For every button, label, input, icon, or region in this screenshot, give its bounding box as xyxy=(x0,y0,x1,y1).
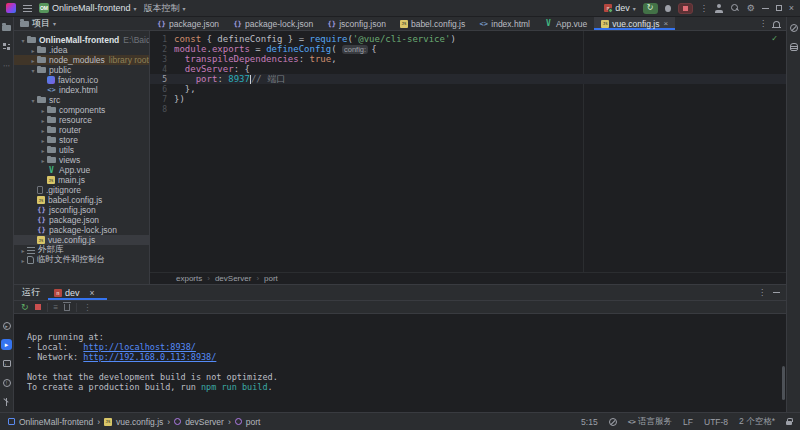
language-services-widget[interactable]: <>语言服务 xyxy=(628,416,672,428)
tree-item-resource[interactable]: ▸resource xyxy=(14,115,149,125)
run-panel-options-icon[interactable]: ⋮ xyxy=(758,288,766,297)
window-restore-button[interactable] xyxy=(776,5,782,11)
tab-App.vue[interactable]: App.vue xyxy=(537,17,594,30)
structure-tool-button[interactable] xyxy=(1,41,12,52)
navbar-item-OnlineMall-frontend[interactable]: OnlineMall-frontend xyxy=(19,417,93,427)
editor[interactable]: ✓ 1const { defineConfig } = require('@vu… xyxy=(150,31,786,284)
caret-position-widget[interactable]: 5:15 xyxy=(581,417,598,427)
tab-vue.config.js[interactable]: vue.config.js× xyxy=(594,17,675,30)
tree-item-router[interactable]: ▸router xyxy=(14,125,149,135)
tree-item-store[interactable]: ▸store xyxy=(14,135,149,145)
project-widget[interactable]: OM OnlineMall-frontend ▾ xyxy=(39,3,137,13)
window-minimize-button[interactable] xyxy=(762,8,769,9)
more-tool-windows-button[interactable]: ⋯ xyxy=(1,60,12,71)
run-more-icon[interactable]: ⋮ xyxy=(83,303,91,312)
chevron-closed-icon[interactable]: ▸ xyxy=(29,57,37,64)
stop-icon[interactable] xyxy=(35,304,41,310)
chevron-closed-icon[interactable]: ▸ xyxy=(39,107,47,114)
chevron-closed-icon[interactable]: ▸ xyxy=(39,127,47,134)
code-line-2[interactable]: 2module.exports = defineConfig( config:{ xyxy=(150,44,786,54)
highlighting-level-icon[interactable] xyxy=(609,418,617,426)
git-tool-button[interactable] xyxy=(1,396,12,407)
settings-button[interactable]: ⚙ xyxy=(747,3,755,13)
run-console-output[interactable]: App running at:- Local: http://localhost… xyxy=(14,314,786,412)
code-line-7[interactable]: 7}) xyxy=(150,94,786,104)
chevron-closed-icon[interactable]: ▸ xyxy=(39,117,47,124)
tree-item-jsconfig.json[interactable]: jsconfig.json xyxy=(14,205,149,215)
tree-item-index.html[interactable]: index.html xyxy=(14,85,149,95)
chevron-closed-icon[interactable]: ▸ xyxy=(39,147,47,154)
navbar-item-port[interactable]: port xyxy=(246,417,261,427)
tab-index.html[interactable]: index.html xyxy=(472,17,537,30)
tree-item-外部库[interactable]: ▸外部库 xyxy=(14,245,149,255)
navbar-item-devServer[interactable]: devServer xyxy=(185,417,224,427)
hide-panel-icon[interactable] xyxy=(773,292,780,293)
tree-item-public[interactable]: ▾public xyxy=(14,65,149,75)
code-area[interactable]: ✓ 1const { defineConfig } = require('@vu… xyxy=(150,31,786,272)
clear-output-icon[interactable] xyxy=(64,304,70,311)
more-actions-icon[interactable]: ⋮ xyxy=(700,4,708,13)
navbar-item-vue.config.js[interactable]: vue.config.js xyxy=(116,417,163,427)
tree-item-src[interactable]: ▾src xyxy=(14,95,149,105)
chevron-closed-icon[interactable]: ▸ xyxy=(39,157,47,164)
code-line-1[interactable]: 1const { defineConfig } = require('@vue/… xyxy=(150,34,786,44)
chevron-open-icon[interactable]: ▾ xyxy=(29,97,37,104)
breadcrumb-devServer[interactable]: devServer xyxy=(215,274,251,283)
chevron-closed-icon[interactable]: ▸ xyxy=(19,247,27,254)
search-everywhere-button[interactable] xyxy=(731,4,740,13)
tree-item-views[interactable]: ▸views xyxy=(14,155,149,165)
close-icon[interactable]: × xyxy=(83,288,102,298)
code-line-6[interactable]: 6 }, xyxy=(150,84,786,94)
stop-button[interactable] xyxy=(678,3,693,14)
tree-item-main.js[interactable]: main.js xyxy=(14,175,149,185)
chevron-closed-icon[interactable]: ▸ xyxy=(29,47,37,54)
write-access-unlocked-icon[interactable] xyxy=(786,421,792,425)
code-with-me-button[interactable] xyxy=(715,4,724,13)
tree-item-临时文件和控制台[interactable]: ▸临时文件和控制台 xyxy=(14,255,149,265)
console-scrollbar[interactable] xyxy=(782,366,785,400)
ai-assistant-tool-button[interactable] xyxy=(788,22,799,33)
notifications-bell-icon[interactable] xyxy=(773,21,780,27)
tree-item-.idea[interactable]: ▸.idea xyxy=(14,45,149,55)
debug-button[interactable] xyxy=(665,5,671,12)
rerun-icon[interactable]: ↻ xyxy=(21,303,29,312)
services-tool-button[interactable]: ▸ xyxy=(1,320,12,331)
code-line-5[interactable]: 5 port: 8937// 端口 xyxy=(150,74,786,84)
line-separator-widget[interactable]: LF xyxy=(683,417,693,427)
console-link[interactable]: http://192.168.0.113:8938/ xyxy=(83,352,216,362)
database-tool-button[interactable] xyxy=(788,41,799,52)
project-tool-button[interactable] xyxy=(1,22,12,33)
vcs-widget[interactable]: 版本控制 ▾ xyxy=(144,2,186,15)
breadcrumb-port[interactable]: port xyxy=(264,274,278,283)
indent-widget[interactable]: 2 个空格* xyxy=(739,416,775,428)
tree-item-package-lock.json[interactable]: package-lock.json xyxy=(14,225,149,235)
tree-item-vue.config.js[interactable]: vue.config.js xyxy=(14,235,149,245)
code-line-8[interactable]: 8 xyxy=(150,104,786,114)
tree-item-OnlineMall-frontend[interactable]: ▾OnlineMall-frontendE:\BaiduNetdiskDown xyxy=(14,35,149,45)
chevron-closed-icon[interactable]: ▸ xyxy=(39,137,47,144)
tree-item-utils[interactable]: ▸utils xyxy=(14,145,149,155)
project-panel-header[interactable]: 项目 ▾ xyxy=(14,17,150,30)
encoding-widget[interactable]: UTF-8 xyxy=(704,417,728,427)
tree-item-favicon.ico[interactable]: favicon.ico xyxy=(14,75,149,85)
problems-tool-button[interactable]: ! xyxy=(1,377,12,388)
close-tab-icon[interactable]: × xyxy=(663,19,668,28)
soft-wrap-icon[interactable]: ≡ xyxy=(54,303,59,312)
tab-package-lock.json[interactable]: package-lock.json xyxy=(226,17,320,30)
tree-item-App.vue[interactable]: App.vue xyxy=(14,165,149,175)
console-link[interactable]: http://localhost:8938/ xyxy=(83,342,196,352)
terminal-tool-button[interactable]: › xyxy=(1,358,12,369)
run-config-widget[interactable]: n dev ▾ xyxy=(604,3,636,13)
chevron-closed-icon[interactable]: ▸ xyxy=(19,257,27,264)
run-tab-dev[interactable]: n dev × xyxy=(48,285,107,300)
tab-babel.config.js[interactable]: babel.config.js xyxy=(393,17,472,30)
breadcrumb-exports[interactable]: exports xyxy=(176,274,202,283)
main-menu-icon[interactable] xyxy=(23,5,32,12)
tree-item-package.json[interactable]: package.json xyxy=(14,215,149,225)
run-tool-button[interactable]: ▸ xyxy=(1,339,12,350)
tree-item-components[interactable]: ▸components xyxy=(14,105,149,115)
tree-item-.gitignore[interactable]: .gitignore xyxy=(14,185,149,195)
tree-item-babel.config.js[interactable]: babel.config.js xyxy=(14,195,149,205)
tree-item-node_modules[interactable]: ▸node_moduleslibrary root xyxy=(14,55,149,65)
rerun-button[interactable]: ↻ xyxy=(643,3,658,14)
